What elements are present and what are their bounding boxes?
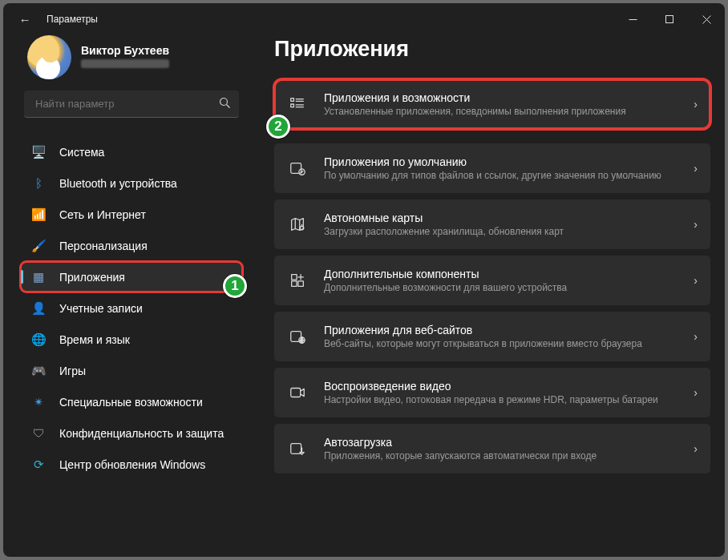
sidebar-item-1[interactable]: ᛒBluetooth и устройства [21, 168, 242, 198]
back-button[interactable]: ← [13, 7, 37, 31]
sidebar-item-label: Bluetooth и устройства [59, 177, 177, 190]
card-title: Приложения по умолчанию [324, 155, 686, 168]
sidebar-item-6[interactable]: 🌐Время и язык [21, 324, 242, 354]
sidebar-item-7[interactable]: 🎮Игры [21, 356, 242, 385]
settings-card-4[interactable]: Приложения для веб-сайтовВеб-сайты, кото… [274, 312, 710, 361]
profile-email-redacted [81, 59, 169, 68]
chevron-right-icon: › [694, 98, 698, 111]
card-title: Автозагрузка [324, 436, 686, 449]
svg-point-4 [220, 98, 228, 105]
svg-line-5 [227, 104, 230, 107]
sidebar-item-label: Специальные возможности [59, 396, 203, 409]
titlebar: ← Параметры [3, 3, 725, 35]
chevron-right-icon: › [694, 442, 698, 455]
sidebar-item-label: Центр обновления Windows [59, 458, 205, 471]
card-subtitle: Загрузки расположение хранилища, обновле… [324, 226, 686, 238]
nav-icon: 🎮 [30, 363, 47, 379]
card-subtitle: Приложения, которые запускаются автомати… [324, 450, 686, 462]
features-icon [287, 270, 308, 291]
nav-icon: 📶 [30, 207, 47, 223]
svg-rect-18 [292, 275, 297, 280]
startup-icon [287, 438, 308, 459]
svg-rect-19 [292, 281, 297, 286]
svg-rect-12 [291, 163, 301, 174]
card-subtitle: Установленные приложения, псевдонимы вып… [324, 106, 686, 118]
sidebar-item-9[interactable]: 🛡Конфиденциальность и защита [21, 418, 242, 448]
chevron-right-icon: › [694, 218, 698, 231]
sidebar-item-10[interactable]: ⟳Центр обновления Windows [21, 449, 242, 479]
sidebar-item-label: Игры [59, 365, 86, 377]
search-input[interactable] [35, 98, 219, 110]
sidebar-item-label: Приложения [59, 271, 125, 284]
card-title: Автономные карты [324, 212, 686, 224]
nav-icon: ᛒ [30, 175, 47, 191]
window-controls [614, 3, 725, 35]
sidebar-item-8[interactable]: ✴Специальные возможности [21, 387, 242, 417]
settings-card-0[interactable]: Приложения и возможностиУстановленные пр… [274, 79, 710, 129]
settings-window: ← Параметры Виктор Бухтеев [3, 3, 725, 557]
svg-rect-1 [665, 15, 673, 22]
chevron-right-icon: › [694, 274, 698, 287]
nav-list: 🖥️СистемаᛒBluetooth и устройства📶Сеть и … [21, 137, 242, 479]
sidebar-item-4[interactable]: ▦Приложения [21, 262, 242, 292]
profile-name: Виктор Бухтеев [81, 44, 169, 57]
sidebar-item-label: Конфиденциальность и защита [59, 427, 224, 440]
sidebar-item-label: Сеть и Интернет [59, 208, 146, 221]
sidebar-item-3[interactable]: 🖌️Персонализация [21, 231, 242, 260]
search-icon [219, 97, 231, 111]
settings-card-2[interactable]: Автономные картыЗагрузки расположение хр… [274, 199, 710, 249]
card-subtitle: Веб-сайты, которые могут открываться в п… [324, 338, 686, 350]
settings-card-1[interactable]: Приложения по умолчаниюПо умолчанию для … [274, 143, 710, 193]
settings-card-5[interactable]: Воспроизведение видеоНастройки видео, по… [274, 368, 710, 417]
svg-rect-7 [291, 104, 294, 107]
card-title: Воспроизведение видео [324, 380, 686, 393]
annotation-marker-1: 1 [223, 274, 247, 298]
sidebar-item-label: Персонализация [59, 240, 148, 252]
chevron-right-icon: › [694, 162, 698, 175]
chevron-right-icon: › [694, 330, 698, 343]
sidebar-item-label: Учетные записи [59, 302, 143, 315]
svg-rect-26 [291, 389, 301, 397]
sidebar-item-2[interactable]: 📶Сеть и Интернет [21, 199, 242, 229]
settings-card-3[interactable]: Дополнительные компонентыДополнительные … [274, 256, 710, 305]
nav-icon: 🖌️ [30, 238, 47, 254]
nav-icon: 🌐 [30, 332, 47, 348]
window-body: Виктор Бухтеев 🖥️СистемаᛒBluetooth и уст… [3, 35, 725, 557]
profile-block[interactable]: Виктор Бухтеев [27, 35, 242, 79]
annotation-marker-2: 2 [266, 115, 290, 139]
sidebar-item-label: Время и язык [59, 333, 130, 346]
close-button[interactable] [688, 3, 725, 35]
card-title: Приложения и возможности [324, 91, 686, 104]
nav-icon: 🖥️ [30, 144, 47, 160]
card-title: Приложения для веб-сайтов [324, 324, 686, 336]
card-subtitle: По умолчанию для типов файлов и ссылок, … [324, 170, 686, 182]
sidebar-item-label: Система [59, 146, 104, 159]
settings-card-6[interactable]: АвтозагрузкаПриложения, которые запускаю… [274, 424, 710, 473]
svg-rect-20 [298, 281, 303, 286]
profile-text: Виктор Бухтеев [81, 44, 169, 71]
avatar [27, 35, 71, 79]
maximize-button[interactable] [651, 3, 688, 35]
web-icon [287, 326, 308, 347]
cards-list: Приложения и возможностиУстановленные пр… [274, 79, 710, 473]
defaults-icon [287, 158, 308, 179]
main-content: Приложения Приложения и возможностиУстан… [252, 35, 725, 547]
nav-icon: ✴ [30, 394, 47, 410]
card-subtitle: Дополнительные возможности для вашего ус… [324, 282, 686, 294]
nav-icon: 👤 [30, 300, 47, 316]
sidebar-item-5[interactable]: 👤Учетные записи [21, 293, 242, 323]
list-icon [287, 94, 308, 115]
minimize-button[interactable] [614, 3, 651, 35]
nav-icon: ▦ [30, 269, 47, 285]
page-title: Приложения [274, 37, 710, 62]
nav-icon: ⟳ [30, 457, 47, 473]
nav-icon: 🛡 [30, 425, 47, 441]
search-box[interactable] [24, 91, 239, 118]
card-title: Дополнительные компоненты [324, 268, 686, 280]
maps-icon [287, 214, 308, 235]
svg-rect-6 [291, 99, 294, 102]
sidebar-item-0[interactable]: 🖥️Система [21, 137, 242, 167]
sidebar: Виктор Бухтеев 🖥️СистемаᛒBluetooth и уст… [3, 35, 252, 547]
card-subtitle: Настройки видео, потоковая передача в ре… [324, 394, 686, 406]
chevron-right-icon: › [694, 386, 698, 399]
